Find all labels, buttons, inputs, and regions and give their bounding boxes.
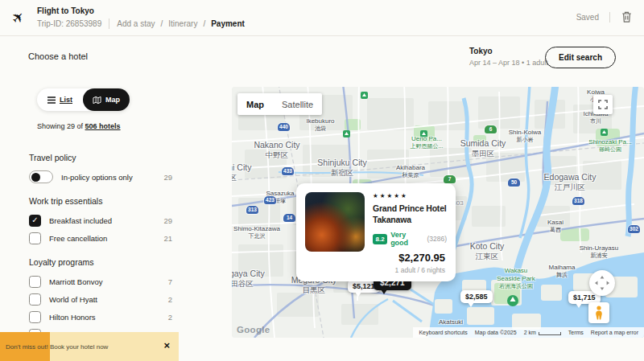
checkbox-checked[interactable]: [29, 215, 41, 227]
street-view-pegman[interactable]: [588, 302, 609, 323]
route-shield: 440: [278, 123, 290, 131]
dates-occupancy: Apr 14 – Apr 18 • 1 adult: [469, 59, 548, 67]
top-bar: ✈ Flight to Tokyo Trip-ID: 26853989 Add …: [0, 0, 644, 36]
route-shield: 313: [246, 206, 258, 214]
loyalty-heading: Loyalty programs: [29, 257, 172, 267]
divider: [109, 18, 109, 29]
price-pin[interactable]: $2,585: [460, 290, 493, 303]
review-count: (3286): [427, 235, 447, 243]
edit-search-button[interactable]: Edit search: [545, 47, 616, 68]
travel-policy-heading: Travel policy: [29, 153, 172, 162]
scale-bar: [539, 332, 561, 335]
trip-id: Trip-ID: 26853989: [37, 19, 101, 28]
map-type-satellite[interactable]: Satellite: [273, 100, 322, 109]
fullscreen-icon: [597, 99, 609, 110]
hotel-price: $2,270.95: [395, 252, 445, 264]
route-shield: 50: [508, 178, 520, 187]
filter-free-cancellation[interactable]: Free cancellation 21: [29, 232, 172, 244]
filters-panel: Travel policy In-policy options only 29 …: [29, 153, 172, 361]
in-policy-toggle-row[interactable]: In-policy options only 29: [29, 170, 172, 183]
pegman-icon: [592, 306, 605, 320]
map-type-control: Map Satellite: [237, 93, 322, 115]
google-logo: Google: [237, 325, 270, 334]
checkbox[interactable]: [29, 276, 41, 288]
price-note: 1 adult / 6 nights: [395, 266, 445, 274]
map-type-map[interactable]: Map: [237, 100, 273, 109]
hotel-name: Grand Prince Hotel Takanawa: [373, 203, 447, 225]
filter-marriott-bonvoy[interactable]: Marriott Bonvoy 7: [29, 275, 172, 288]
search-summary[interactable]: Tokyo Apr 14 – Apr 18 • 1 adult: [469, 47, 548, 67]
filter-world-of-hyatt[interactable]: World of Hyatt 2: [29, 293, 172, 306]
map-view-button[interactable]: Map: [83, 88, 130, 111]
keyboard-shortcuts-link[interactable]: Keyboard shortcuts: [419, 330, 467, 335]
close-icon[interactable]: ×: [163, 339, 170, 351]
results-count: Showing 29 of 506 hotels: [37, 122, 121, 130]
rating-badge: 8.2: [373, 234, 387, 244]
hotels-count-link[interactable]: 506 hotels: [85, 122, 121, 130]
list-icon: [47, 96, 56, 104]
divider: [609, 12, 610, 23]
scale-control: 2 km: [524, 330, 561, 335]
destination: Tokyo: [469, 47, 548, 55]
terms-link[interactable]: Terms: [568, 330, 584, 335]
in-policy-toggle[interactable]: [29, 170, 53, 183]
essentials-heading: Work trip essentials: [29, 196, 172, 206]
page-title: Choose a hotel: [28, 51, 88, 61]
rating-text: Very good: [390, 231, 423, 247]
checkbox[interactable]: [29, 293, 41, 306]
airplane-icon: ✈: [7, 7, 28, 28]
route-shield: 423: [264, 196, 276, 204]
trash-icon[interactable]: [621, 10, 633, 23]
map-attribution: Keyboard shortcuts Map data ©2025 2 km T…: [413, 327, 644, 338]
banner-message: Don't miss out! Book your hotel now: [6, 343, 108, 351]
view-toggle: List Map: [37, 88, 130, 111]
pan-arrows-icon: [593, 274, 611, 292]
list-view-button[interactable]: List: [37, 96, 83, 104]
route-shield: 318: [572, 197, 584, 205]
report-map-error-link[interactable]: Report a map error: [591, 330, 638, 335]
route-shield: 14: [283, 214, 295, 222]
breadcrumb-add-a-stay[interactable]: Add a stay: [117, 19, 155, 28]
route-shield: 6: [485, 125, 497, 133]
route-shield: 302: [628, 225, 640, 233]
hotel-photo: [305, 192, 365, 252]
promo-banner: Don't miss out! Book your hotel now ×: [0, 332, 179, 361]
breadcrumb-payment[interactable]: Payment: [211, 19, 245, 28]
pan-control[interactable]: [589, 270, 615, 296]
map-icon: [93, 96, 101, 105]
route-shield: 433: [282, 167, 294, 175]
checkbox[interactable]: [29, 311, 41, 323]
trip-title: Flight to Tokyo: [37, 6, 94, 15]
map-data-copyright: Map data ©2025: [475, 330, 517, 335]
filter-breakfast-included[interactable]: Breakfast included 29: [29, 214, 172, 227]
route-shield: 7: [444, 175, 456, 183]
filter-hilton-honors[interactable]: Hilton Honors 2: [29, 310, 172, 323]
breadcrumb-itinerary[interactable]: Itinerary: [168, 19, 197, 28]
app-root: ✈ Flight to Tokyo Trip-ID: 26853989 Add …: [0, 0, 644, 361]
saved-status: Saved: [576, 13, 599, 22]
breadcrumb: Add a stay / Itinerary / Payment: [117, 19, 245, 28]
star-rating: ★★★★★: [373, 192, 447, 199]
fullscreen-button[interactable]: [593, 95, 613, 114]
checkbox[interactable]: [29, 232, 41, 244]
hotel-card[interactable]: ★★★★★ Grand Prince Hotel Takanawa 8.2 Ve…: [296, 183, 456, 281]
map-container: Nakano City中野区 Shinjuku City新宿区 Suginami…: [232, 87, 644, 338]
